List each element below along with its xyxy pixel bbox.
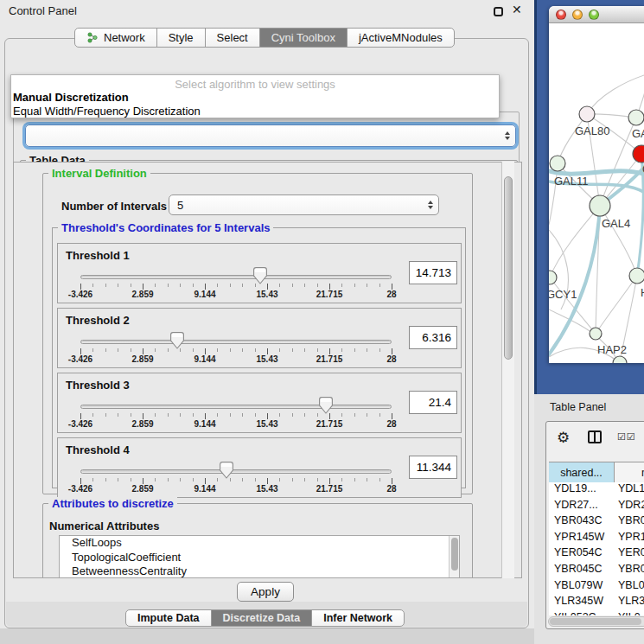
- threshold-label: Threshold 1: [66, 249, 130, 262]
- stepper-icon: [428, 200, 433, 210]
- select-columns-icon[interactable]: ☑☑: [617, 431, 636, 443]
- column-layout-icon[interactable]: [588, 430, 602, 443]
- slider-tick: [155, 348, 156, 352]
- node-label-GAL80: GAL80: [575, 124, 609, 137]
- slider-tick: [217, 284, 218, 287]
- gear-icon[interactable]: ⚙: [557, 429, 570, 447]
- algorithm-option[interactable]: Manual Discretization: [13, 91, 129, 104]
- table-panel-box: ⚙ ☑☑ shared... n YDL19...YDL1YDR27...YDR…: [545, 421, 644, 629]
- tab-impute-data[interactable]: Impute Data: [125, 609, 212, 627]
- slider-tick: [143, 284, 143, 290]
- slider-tick: [80, 284, 81, 290]
- discretization-algorithm-group: Discretization Algorithm: [13, 112, 520, 165]
- column-header-shared-name[interactable]: shared...: [549, 462, 615, 483]
- table-row[interactable]: YLR345WYLR3: [549, 595, 644, 611]
- network-window-titlebar: [549, 6, 644, 23]
- window-title: Control Panel: [9, 4, 77, 17]
- threshold-slider-track[interactable]: [80, 469, 392, 474]
- algorithm-option[interactable]: Equal Width/Frequency Discretization: [13, 105, 201, 118]
- node-label-H-node: H: [641, 286, 644, 299]
- apply-button[interactable]: Apply: [237, 582, 294, 602]
- zoom-traffic-light[interactable]: [589, 10, 599, 20]
- slider-tick: [168, 413, 169, 417]
- tab-network[interactable]: Network: [74, 28, 157, 48]
- threshold-slider-track[interactable]: [80, 405, 392, 409]
- slider-tick-label: -3.426: [68, 290, 92, 299]
- table-row[interactable]: YPR145WYPR1: [549, 531, 644, 547]
- float-window-icon[interactable]: [494, 7, 503, 16]
- slider-tick: [143, 413, 143, 419]
- table-row[interactable]: YBR045CYBR0: [549, 563, 644, 579]
- numerical-attributes-list[interactable]: SelfLoopsTopologicalCoefficientBetweenne…: [59, 535, 460, 578]
- network-node-top-right[interactable]: [628, 110, 644, 125]
- threshold-label: Threshold 4: [66, 443, 130, 456]
- table-row[interactable]: YIL052CYIL0: [549, 611, 644, 615]
- slider-tick: [230, 348, 231, 352]
- network-node-GAL11[interactable]: [550, 156, 565, 171]
- slider-tick: [304, 478, 305, 481]
- scrollbar-thumb[interactable]: [550, 618, 641, 625]
- tab-discretize-data[interactable]: Discretize Data: [211, 609, 313, 627]
- slider-tick-label: 15.43: [256, 290, 277, 299]
- threshold-slider-thumb[interactable]: [170, 332, 184, 349]
- table-row[interactable]: YDR27...YDR2: [549, 499, 644, 515]
- table-row[interactable]: YBR043CYBR0: [549, 514, 644, 531]
- algorithm-combobox[interactable]: [25, 124, 516, 147]
- network-node-bottom-node[interactable]: [613, 356, 627, 363]
- threshold-slider-track[interactable]: [80, 340, 392, 344]
- network-edge: [587, 74, 644, 114]
- tab-select[interactable]: Select: [205, 28, 260, 48]
- slider-tick: [367, 478, 367, 481]
- tab-style[interactable]: Style: [156, 28, 206, 48]
- tab-label: Cyni Toolbox: [271, 31, 335, 44]
- node-label-GAL11: GAL11: [554, 175, 589, 188]
- threshold-slider-track[interactable]: [80, 275, 392, 279]
- slider-tick: [131, 348, 131, 352]
- slider-tick: [131, 478, 131, 481]
- threshold-slider-thumb[interactable]: [253, 267, 267, 284]
- column-header-name[interactable]: n: [615, 462, 644, 483]
- attribute-list-item[interactable]: BetweennessCentrality: [60, 564, 459, 578]
- threshold-slider-thumb[interactable]: [220, 462, 233, 479]
- slider-tick-label: 9.144: [194, 419, 215, 429]
- table-horizontal-scrollbar[interactable]: [548, 616, 644, 627]
- network-node-GCY1[interactable]: [549, 271, 557, 284]
- table-row[interactable]: YDL19...YDL1: [549, 482, 644, 499]
- attribute-list-item[interactable]: TopologicalCoefficient: [60, 551, 459, 565]
- slider-tick: [255, 478, 256, 481]
- tab-infer-network[interactable]: Infer Network: [311, 609, 405, 627]
- minimize-traffic-light[interactable]: [572, 10, 583, 20]
- scrollbar-thumb[interactable]: [504, 176, 513, 360]
- table-row[interactable]: YBL079WYBL0: [549, 579, 644, 596]
- tab-jactivemnodules[interactable]: jActiveMNodules: [347, 28, 455, 48]
- threshold-value-field[interactable]: 6.316: [409, 326, 457, 349]
- table-panel-region: Table Panel ⚙ ☑☑ shared... n YDL19...YDL…: [534, 394, 644, 644]
- network-node-H-node[interactable]: [629, 268, 644, 284]
- threshold-value-field[interactable]: 11.344: [409, 456, 457, 479]
- slider-tick: [367, 413, 367, 417]
- scrollbar-thumb[interactable]: [451, 538, 458, 571]
- network-canvas[interactable]: GAL80GACGAL11GAL4GCY1HHAP2: [549, 24, 644, 363]
- slider-tick-label: 2.859: [131, 290, 153, 299]
- slider-tick: [205, 413, 206, 419]
- top-tab-strip: NetworkStyleSelectCyni ToolboxjActiveMNo…: [74, 28, 455, 48]
- slider-tick: [193, 413, 194, 417]
- slider-tick: [92, 413, 93, 417]
- threshold-value-field[interactable]: 21.4: [409, 391, 457, 414]
- network-node-GAL80[interactable]: [579, 106, 595, 122]
- number-of-intervals-combobox[interactable]: 5: [169, 194, 439, 215]
- close-icon[interactable]: ✕: [512, 3, 522, 16]
- attribute-list-item[interactable]: SelfLoops: [60, 536, 459, 551]
- panel-scrollbar[interactable]: [501, 162, 514, 578]
- slider-tick: [255, 413, 256, 417]
- table-row[interactable]: YER054CYER0: [549, 546, 644, 563]
- slider-tick: [341, 478, 342, 481]
- network-node-HAP2[interactable]: [590, 328, 602, 340]
- close-traffic-light[interactable]: [556, 10, 566, 20]
- tab-cyni-toolbox[interactable]: Cyni Toolbox: [259, 28, 348, 48]
- slider-tick: [392, 348, 392, 354]
- threshold-slider-thumb[interactable]: [319, 397, 333, 414]
- threshold-value-field[interactable]: 14.713: [409, 261, 457, 284]
- attributes-scrollbar[interactable]: [449, 536, 459, 578]
- network-node-GAL4[interactable]: [590, 195, 610, 216]
